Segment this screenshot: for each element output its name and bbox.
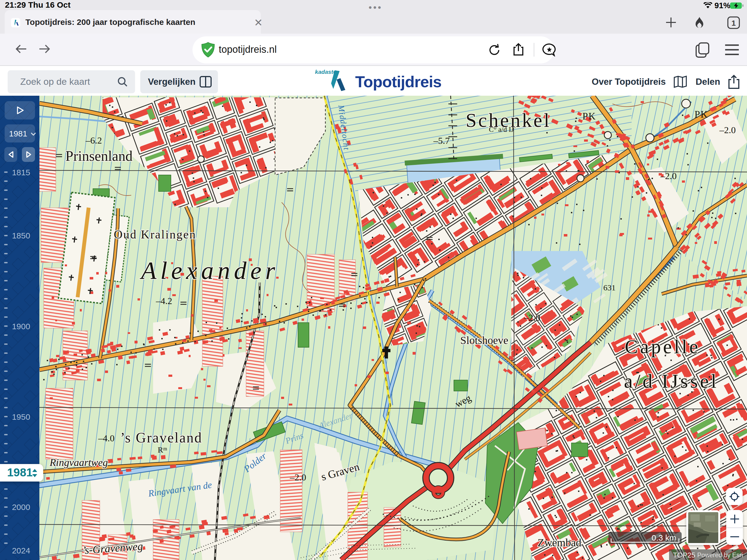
svg-text:631: 631 <box>603 283 616 292</box>
svg-text:Oud Kralingen: Oud Kralingen <box>114 228 196 241</box>
svg-text:a/d IJssel: a/d IJssel <box>624 370 719 392</box>
svg-text:Capelle: Capelle <box>625 336 700 358</box>
svg-text:’s Graveland: ’s Graveland <box>120 430 202 446</box>
svg-text:–4.2: –4.2 <box>156 296 172 306</box>
svg-text:PK: PK <box>583 111 596 122</box>
svg-text:PK: PK <box>695 109 708 120</box>
svg-text:1: 1 <box>731 19 736 27</box>
svg-text:–2.0: –2.0 <box>719 125 736 135</box>
svg-text:Alexander: Alexander <box>139 256 279 284</box>
svg-text:Slotshoeve: Slotshoeve <box>460 334 508 347</box>
svg-text:–6.2: –6.2 <box>85 135 102 146</box>
svg-text:–2.0: –2.0 <box>289 472 306 482</box>
svg-text:Zwembad: Zwembad <box>538 536 581 549</box>
svg-text:Ringvaartweg: Ringvaartweg <box>49 457 108 468</box>
svg-text:Rᵐ: Rᵐ <box>158 445 168 454</box>
svg-text:–2.0: –2.0 <box>660 171 677 181</box>
svg-text:C⁰ a/d IJˈ: C⁰ a/d IJˈ <box>489 126 516 133</box>
svg-text:Prinsenland: Prinsenland <box>66 148 133 164</box>
svg-text:–2.0: –2.0 <box>524 312 540 323</box>
svg-text:–4.0: –4.0 <box>98 433 114 443</box>
svg-text:–5.7: –5.7 <box>433 136 450 146</box>
